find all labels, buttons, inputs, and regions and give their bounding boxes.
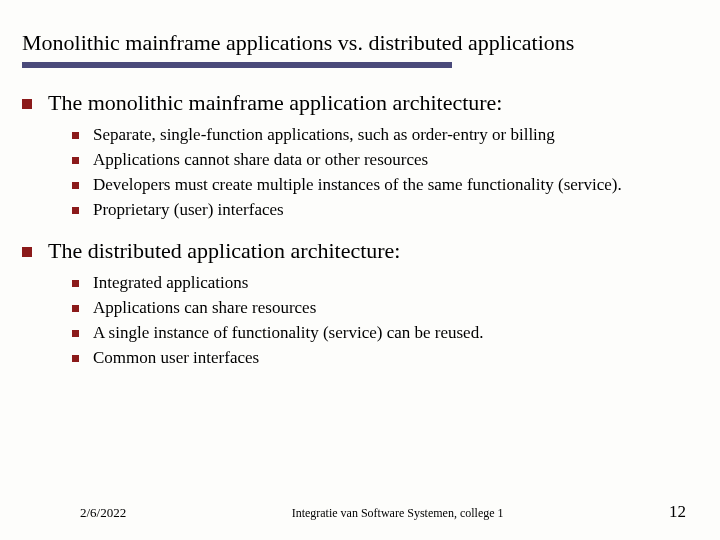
slide-title: Monolithic mainframe applications vs. di… xyxy=(22,30,698,56)
list-item: Developers must create multiple instance… xyxy=(93,174,622,197)
list-item: Applications can share resources xyxy=(93,297,316,320)
list-item: Common user interfaces xyxy=(93,347,259,370)
footer-course: Integratie van Software Systemen, colleg… xyxy=(126,506,669,521)
list-item: Applications cannot share data or other … xyxy=(93,149,428,172)
list-item: Separate, single-function applications, … xyxy=(93,124,555,147)
square-bullet-icon xyxy=(72,207,79,214)
section-heading: The monolithic mainframe application arc… xyxy=(48,90,502,116)
list-item: Integrated applications xyxy=(93,272,248,295)
square-bullet-icon xyxy=(72,355,79,362)
square-bullet-icon xyxy=(72,132,79,139)
section-heading: The distributed application architecture… xyxy=(48,238,400,264)
square-bullet-icon xyxy=(72,305,79,312)
square-bullet-icon xyxy=(22,99,32,109)
square-bullet-icon xyxy=(72,182,79,189)
footer-date: 2/6/2022 xyxy=(80,505,126,521)
list-item: Proprietary (user) interfaces xyxy=(93,199,284,222)
square-bullet-icon xyxy=(72,280,79,287)
square-bullet-icon xyxy=(22,247,32,257)
list-item: A single instance of functionality (serv… xyxy=(93,322,483,345)
square-bullet-icon xyxy=(72,330,79,337)
footer-page-number: 12 xyxy=(669,502,686,522)
title-rule xyxy=(22,62,452,68)
square-bullet-icon xyxy=(72,157,79,164)
